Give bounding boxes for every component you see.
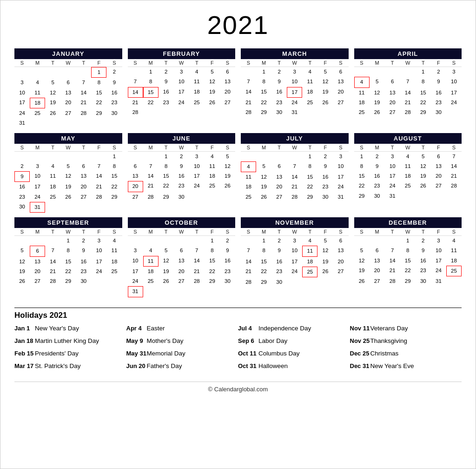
holiday-item: Oct 11Columbus Day <box>238 350 345 357</box>
day-header-label: M <box>370 60 385 66</box>
day-cell: 24 <box>385 181 400 191</box>
day-cell-empty <box>76 67 91 78</box>
day-cell: 17 <box>385 171 400 181</box>
day-headers: SMTWTFS <box>354 228 462 236</box>
day-header-label: W <box>60 60 76 66</box>
day-cell: 28 <box>128 107 143 117</box>
day-cell-empty <box>385 67 400 77</box>
month-block-march: MARCHSMTWTFS1234567891011121314151617181… <box>241 48 349 128</box>
holiday-name: Martin Luther King Day <box>35 337 99 344</box>
day-cell: 2 <box>370 152 385 161</box>
day-header-label: S <box>333 229 348 234</box>
day-cell: 16 <box>271 87 287 98</box>
holiday-item: Apr 4Easter <box>126 325 234 332</box>
day-cell: 22 <box>400 266 416 276</box>
day-cell: 21 <box>76 98 91 108</box>
day-headers: SMTWTFS <box>241 144 349 152</box>
day-header-label: T <box>45 60 60 66</box>
day-cell: 21 <box>400 98 416 107</box>
day-cell: 29 <box>256 107 271 117</box>
year-title: 2021 <box>14 10 462 40</box>
day-cell: 24 <box>91 267 106 276</box>
day-cell: 23 <box>220 267 235 276</box>
day-cell: 6 <box>333 67 348 77</box>
day-cell: 27 <box>385 107 400 117</box>
day-cell: 1 <box>60 236 76 246</box>
day-cell: 14 <box>76 88 91 98</box>
day-cell: 10 <box>333 161 348 172</box>
day-cell: 16 <box>106 88 122 98</box>
day-cell: 10 <box>446 77 462 87</box>
day-cell: 18 <box>400 171 416 181</box>
day-header-label: W <box>60 145 76 150</box>
day-cell: 26 <box>416 181 431 191</box>
day-cell: 19 <box>220 171 235 181</box>
holiday-name: Labor Day <box>258 337 287 344</box>
holiday-item: Feb 15Presidents' Day <box>14 350 122 357</box>
day-cell: 15 <box>159 171 174 181</box>
day-cell: 11 <box>400 161 416 171</box>
day-cell-empty <box>30 67 45 78</box>
day-header-label: T <box>385 60 400 66</box>
day-header-label: W <box>287 145 302 150</box>
day-cell: 15 <box>256 257 271 267</box>
day-cell: 11 <box>189 77 205 87</box>
day-cell: 17 <box>174 87 189 98</box>
day-cell: 1 <box>205 236 220 246</box>
day-cell: 14 <box>143 171 159 181</box>
day-cell: 7 <box>76 78 91 87</box>
day-cell: 15 <box>416 88 431 98</box>
day-cell: 15 <box>256 87 271 98</box>
day-cell: 1 <box>354 152 370 161</box>
day-cell: 4 <box>241 161 256 172</box>
day-cell: 21 <box>241 267 256 277</box>
day-cell: 12 <box>370 88 385 98</box>
day-cell: 27 <box>271 192 287 202</box>
days-grid: 1234567891011121314151617181920212223242… <box>241 152 349 202</box>
day-cell: 12 <box>416 161 431 171</box>
day-cell: 4 <box>189 67 205 77</box>
day-header-label: T <box>76 60 91 66</box>
day-cell: 1 <box>416 67 431 77</box>
day-header-label: W <box>400 145 416 150</box>
day-cell: 20 <box>385 98 400 107</box>
day-cell-empty <box>241 152 256 161</box>
day-cell: 10 <box>128 256 143 267</box>
day-cell: 3 <box>174 67 189 77</box>
day-cell: 7 <box>241 77 256 87</box>
day-cell: 14 <box>91 171 106 182</box>
day-header-label: T <box>302 60 317 66</box>
day-cell: 27 <box>333 98 348 107</box>
day-cell: 1 <box>106 152 122 161</box>
day-cell-empty <box>370 67 385 77</box>
day-cell-empty <box>128 236 143 246</box>
day-cell: 22 <box>143 98 159 107</box>
day-cell: 25 <box>302 267 317 277</box>
day-cell: 10 <box>174 77 189 87</box>
day-cell: 1 <box>400 236 416 246</box>
day-header-label: T <box>271 60 287 66</box>
holiday-name: Independence Day <box>258 325 311 332</box>
day-cell: 19 <box>45 98 60 108</box>
day-header-label: M <box>30 145 45 150</box>
day-cell: 18 <box>189 87 205 98</box>
day-cell-empty <box>60 67 76 78</box>
day-cell: 31 <box>30 202 45 213</box>
holiday-date: May 31 <box>126 350 147 357</box>
day-header-label: T <box>271 145 287 150</box>
day-cell: 15 <box>91 88 106 98</box>
day-cell: 12 <box>317 77 333 87</box>
day-cell: 24 <box>333 182 348 192</box>
day-cell: 5 <box>416 152 431 161</box>
day-cell: 17 <box>14 98 30 108</box>
day-cell: 12 <box>205 77 220 87</box>
day-cell: 4 <box>205 152 220 161</box>
day-header-label: W <box>174 229 189 234</box>
day-cell: 12 <box>60 171 76 182</box>
month-block-april: APRILSMTWTFS1234567891011121314151617181… <box>354 48 462 128</box>
day-header-label: S <box>14 229 30 234</box>
day-cell: 9 <box>271 246 287 256</box>
holiday-item: May 31Memorial Day <box>126 350 234 357</box>
day-cell: 19 <box>317 257 333 267</box>
day-cell: 20 <box>220 87 235 98</box>
